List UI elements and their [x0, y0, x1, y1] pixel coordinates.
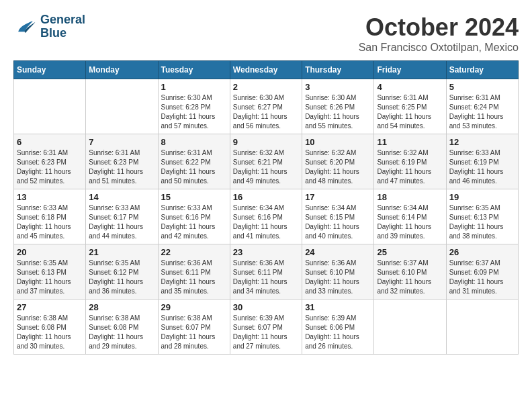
- header-day-saturday: Saturday: [446, 61, 518, 79]
- day-info: Sunrise: 6:33 AMSunset: 6:16 PMDaylight:…: [161, 203, 227, 241]
- week-row-3: 13Sunrise: 6:33 AMSunset: 6:18 PMDayligh…: [14, 189, 519, 244]
- day-number: 9: [233, 137, 299, 147]
- day-cell: 17Sunrise: 6:34 AMSunset: 6:15 PMDayligh…: [302, 189, 374, 244]
- day-info: Sunrise: 6:30 AMSunset: 6:26 PMDaylight:…: [305, 93, 371, 131]
- day-info: Sunrise: 6:34 AMSunset: 6:16 PMDaylight:…: [233, 203, 299, 241]
- day-cell: 20Sunrise: 6:35 AMSunset: 6:13 PMDayligh…: [14, 244, 86, 300]
- logo-icon: [13, 15, 38, 39]
- title-block: October 2024 San Francisco Oxtotilpan, M…: [359, 13, 519, 54]
- day-info: Sunrise: 6:36 AMSunset: 6:10 PMDaylight:…: [305, 259, 371, 296]
- day-number: 6: [17, 137, 83, 147]
- day-info: Sunrise: 6:33 AMSunset: 6:19 PMDaylight:…: [449, 148, 515, 186]
- day-info: Sunrise: 6:35 AMSunset: 6:13 PMDaylight:…: [449, 203, 515, 241]
- day-number: 29: [161, 302, 227, 312]
- week-row-2: 6Sunrise: 6:31 AMSunset: 6:23 PMDaylight…: [14, 134, 519, 189]
- day-info: Sunrise: 6:37 AMSunset: 6:10 PMDaylight:…: [377, 259, 443, 296]
- day-cell: 6Sunrise: 6:31 AMSunset: 6:23 PMDaylight…: [14, 134, 86, 189]
- day-number: 27: [17, 302, 83, 312]
- day-cell: 14Sunrise: 6:33 AMSunset: 6:17 PMDayligh…: [86, 189, 158, 244]
- day-info: Sunrise: 6:39 AMSunset: 6:06 PMDaylight:…: [305, 314, 371, 351]
- day-info: Sunrise: 6:30 AMSunset: 6:27 PMDaylight:…: [233, 93, 299, 131]
- day-number: 5: [449, 82, 515, 92]
- day-info: Sunrise: 6:30 AMSunset: 6:28 PMDaylight:…: [161, 93, 227, 131]
- day-number: 8: [161, 137, 227, 147]
- day-cell: 7Sunrise: 6:31 AMSunset: 6:23 PMDaylight…: [86, 134, 158, 189]
- day-number: 1: [161, 82, 227, 92]
- day-number: 30: [233, 302, 299, 312]
- header-day-tuesday: Tuesday: [158, 61, 230, 79]
- day-cell: 2Sunrise: 6:30 AMSunset: 6:27 PMDaylight…: [230, 79, 302, 134]
- day-cell: [86, 79, 158, 134]
- day-number: 24: [305, 247, 371, 257]
- week-row-4: 20Sunrise: 6:35 AMSunset: 6:13 PMDayligh…: [14, 244, 519, 300]
- logo-text: General Blue: [40, 13, 85, 40]
- day-cell: 21Sunrise: 6:35 AMSunset: 6:12 PMDayligh…: [86, 244, 158, 300]
- day-cell: 18Sunrise: 6:34 AMSunset: 6:14 PMDayligh…: [374, 189, 446, 244]
- day-number: 22: [161, 247, 227, 257]
- day-info: Sunrise: 6:36 AMSunset: 6:11 PMDaylight:…: [233, 259, 299, 296]
- day-cell: 25Sunrise: 6:37 AMSunset: 6:10 PMDayligh…: [374, 244, 446, 300]
- day-number: 12: [449, 137, 515, 147]
- header-day-friday: Friday: [374, 61, 446, 79]
- day-info: Sunrise: 6:31 AMSunset: 6:25 PMDaylight:…: [377, 93, 443, 131]
- day-cell: 3Sunrise: 6:30 AMSunset: 6:26 PMDaylight…: [302, 79, 374, 134]
- day-cell: 15Sunrise: 6:33 AMSunset: 6:16 PMDayligh…: [158, 189, 230, 244]
- month-title: October 2024: [359, 13, 519, 42]
- day-info: Sunrise: 6:32 AMSunset: 6:19 PMDaylight:…: [377, 148, 443, 186]
- day-number: 3: [305, 82, 371, 92]
- day-cell: 1Sunrise: 6:30 AMSunset: 6:28 PMDaylight…: [158, 79, 230, 134]
- day-number: 15: [161, 192, 227, 202]
- day-cell: 19Sunrise: 6:35 AMSunset: 6:13 PMDayligh…: [446, 189, 518, 244]
- day-number: 23: [233, 247, 299, 257]
- day-info: Sunrise: 6:38 AMSunset: 6:08 PMDaylight:…: [89, 314, 154, 351]
- week-row-5: 27Sunrise: 6:38 AMSunset: 6:08 PMDayligh…: [14, 300, 519, 355]
- day-cell: 5Sunrise: 6:31 AMSunset: 6:24 PMDaylight…: [446, 79, 518, 134]
- day-number: 18: [377, 192, 443, 202]
- day-number: 14: [89, 192, 154, 202]
- day-info: Sunrise: 6:35 AMSunset: 6:12 PMDaylight:…: [89, 259, 154, 296]
- day-number: 19: [449, 192, 515, 202]
- header-day-monday: Monday: [86, 61, 158, 79]
- day-cell: [14, 79, 86, 134]
- day-cell: [446, 300, 518, 355]
- day-cell: 27Sunrise: 6:38 AMSunset: 6:08 PMDayligh…: [14, 300, 86, 355]
- day-number: 13: [17, 192, 83, 202]
- day-info: Sunrise: 6:39 AMSunset: 6:07 PMDaylight:…: [233, 314, 299, 351]
- day-info: Sunrise: 6:38 AMSunset: 6:08 PMDaylight:…: [17, 314, 83, 351]
- day-info: Sunrise: 6:34 AMSunset: 6:15 PMDaylight:…: [305, 203, 371, 241]
- day-info: Sunrise: 6:37 AMSunset: 6:09 PMDaylight:…: [449, 259, 515, 296]
- day-info: Sunrise: 6:31 AMSunset: 6:24 PMDaylight:…: [449, 93, 515, 131]
- header-day-sunday: Sunday: [14, 61, 86, 79]
- day-info: Sunrise: 6:31 AMSunset: 6:22 PMDaylight:…: [161, 148, 227, 186]
- day-info: Sunrise: 6:35 AMSunset: 6:13 PMDaylight:…: [17, 259, 83, 296]
- week-row-1: 1Sunrise: 6:30 AMSunset: 6:28 PMDaylight…: [14, 79, 519, 134]
- day-cell: 24Sunrise: 6:36 AMSunset: 6:10 PMDayligh…: [302, 244, 374, 300]
- day-info: Sunrise: 6:36 AMSunset: 6:11 PMDaylight:…: [161, 259, 227, 296]
- day-info: Sunrise: 6:31 AMSunset: 6:23 PMDaylight:…: [17, 148, 83, 186]
- day-cell: 16Sunrise: 6:34 AMSunset: 6:16 PMDayligh…: [230, 189, 302, 244]
- day-cell: 26Sunrise: 6:37 AMSunset: 6:09 PMDayligh…: [446, 244, 518, 300]
- header-day-wednesday: Wednesday: [230, 61, 302, 79]
- day-number: 20: [17, 247, 83, 257]
- day-cell: 4Sunrise: 6:31 AMSunset: 6:25 PMDaylight…: [374, 79, 446, 134]
- page-header: General Blue October 2024 San Francisco …: [13, 13, 519, 54]
- day-cell: 9Sunrise: 6:32 AMSunset: 6:21 PMDaylight…: [230, 134, 302, 189]
- day-number: 31: [305, 302, 371, 312]
- day-number: 7: [89, 137, 154, 147]
- day-number: 21: [89, 247, 154, 257]
- day-cell: 30Sunrise: 6:39 AMSunset: 6:07 PMDayligh…: [230, 300, 302, 355]
- day-number: 2: [233, 82, 299, 92]
- day-number: 28: [89, 302, 154, 312]
- day-cell: 29Sunrise: 6:38 AMSunset: 6:07 PMDayligh…: [158, 300, 230, 355]
- day-number: 11: [377, 137, 443, 147]
- day-info: Sunrise: 6:33 AMSunset: 6:17 PMDaylight:…: [89, 203, 154, 241]
- day-number: 10: [305, 137, 371, 147]
- location-title: San Francisco Oxtotilpan, Mexico: [359, 42, 519, 54]
- day-info: Sunrise: 6:33 AMSunset: 6:18 PMDaylight:…: [17, 203, 83, 241]
- logo: General Blue: [13, 13, 85, 40]
- day-number: 17: [305, 192, 371, 202]
- day-cell: 31Sunrise: 6:39 AMSunset: 6:06 PMDayligh…: [302, 300, 374, 355]
- header-row: SundayMondayTuesdayWednesdayThursdayFrid…: [14, 61, 519, 79]
- day-info: Sunrise: 6:32 AMSunset: 6:21 PMDaylight:…: [233, 148, 299, 186]
- header-day-thursday: Thursday: [302, 61, 374, 79]
